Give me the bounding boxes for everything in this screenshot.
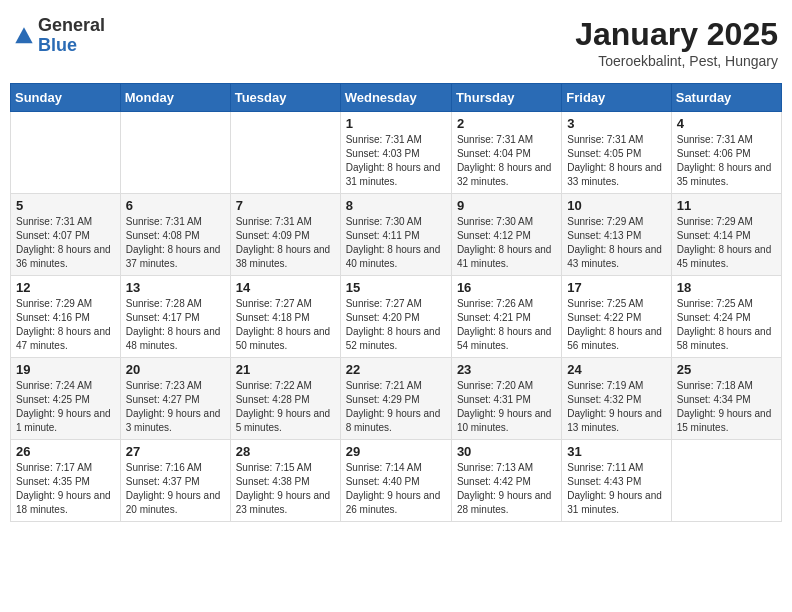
day-number: 22: [346, 362, 446, 377]
day-info: Sunrise: 7:30 AM Sunset: 4:11 PM Dayligh…: [346, 215, 446, 271]
calendar-cell: 21Sunrise: 7:22 AM Sunset: 4:28 PM Dayli…: [230, 358, 340, 440]
day-info: Sunrise: 7:23 AM Sunset: 4:27 PM Dayligh…: [126, 379, 225, 435]
calendar-cell: 27Sunrise: 7:16 AM Sunset: 4:37 PM Dayli…: [120, 440, 230, 522]
calendar-cell: 15Sunrise: 7:27 AM Sunset: 4:20 PM Dayli…: [340, 276, 451, 358]
calendar-cell: 25Sunrise: 7:18 AM Sunset: 4:34 PM Dayli…: [671, 358, 781, 440]
calendar-week-2: 5Sunrise: 7:31 AM Sunset: 4:07 PM Daylig…: [11, 194, 782, 276]
day-info: Sunrise: 7:31 AM Sunset: 4:06 PM Dayligh…: [677, 133, 776, 189]
day-number: 26: [16, 444, 115, 459]
calendar-cell: 11Sunrise: 7:29 AM Sunset: 4:14 PM Dayli…: [671, 194, 781, 276]
day-info: Sunrise: 7:19 AM Sunset: 4:32 PM Dayligh…: [567, 379, 665, 435]
day-number: 6: [126, 198, 225, 213]
calendar-cell: 18Sunrise: 7:25 AM Sunset: 4:24 PM Dayli…: [671, 276, 781, 358]
day-number: 2: [457, 116, 556, 131]
calendar-week-1: 1Sunrise: 7:31 AM Sunset: 4:03 PM Daylig…: [11, 112, 782, 194]
calendar-week-5: 26Sunrise: 7:17 AM Sunset: 4:35 PM Dayli…: [11, 440, 782, 522]
calendar-week-4: 19Sunrise: 7:24 AM Sunset: 4:25 PM Dayli…: [11, 358, 782, 440]
day-info: Sunrise: 7:31 AM Sunset: 4:04 PM Dayligh…: [457, 133, 556, 189]
day-number: 28: [236, 444, 335, 459]
calendar-cell: 28Sunrise: 7:15 AM Sunset: 4:38 PM Dayli…: [230, 440, 340, 522]
day-number: 27: [126, 444, 225, 459]
day-info: Sunrise: 7:22 AM Sunset: 4:28 PM Dayligh…: [236, 379, 335, 435]
day-number: 14: [236, 280, 335, 295]
day-number: 29: [346, 444, 446, 459]
calendar-cell: 9Sunrise: 7:30 AM Sunset: 4:12 PM Daylig…: [451, 194, 561, 276]
day-info: Sunrise: 7:28 AM Sunset: 4:17 PM Dayligh…: [126, 297, 225, 353]
location-title: Toeroekbalint, Pest, Hungary: [575, 53, 778, 69]
day-header-saturday: Saturday: [671, 84, 781, 112]
calendar-cell: 14Sunrise: 7:27 AM Sunset: 4:18 PM Dayli…: [230, 276, 340, 358]
calendar-cell: 6Sunrise: 7:31 AM Sunset: 4:08 PM Daylig…: [120, 194, 230, 276]
day-number: 5: [16, 198, 115, 213]
day-info: Sunrise: 7:31 AM Sunset: 4:08 PM Dayligh…: [126, 215, 225, 271]
day-number: 4: [677, 116, 776, 131]
day-number: 25: [677, 362, 776, 377]
calendar-cell: 10Sunrise: 7:29 AM Sunset: 4:13 PM Dayli…: [562, 194, 671, 276]
svg-marker-0: [15, 27, 32, 43]
day-info: Sunrise: 7:26 AM Sunset: 4:21 PM Dayligh…: [457, 297, 556, 353]
calendar-cell: [120, 112, 230, 194]
day-number: 21: [236, 362, 335, 377]
day-info: Sunrise: 7:20 AM Sunset: 4:31 PM Dayligh…: [457, 379, 556, 435]
day-info: Sunrise: 7:27 AM Sunset: 4:18 PM Dayligh…: [236, 297, 335, 353]
day-number: 19: [16, 362, 115, 377]
calendar-cell: 2Sunrise: 7:31 AM Sunset: 4:04 PM Daylig…: [451, 112, 561, 194]
day-info: Sunrise: 7:29 AM Sunset: 4:13 PM Dayligh…: [567, 215, 665, 271]
day-header-tuesday: Tuesday: [230, 84, 340, 112]
calendar-cell: [11, 112, 121, 194]
calendar-cell: 17Sunrise: 7:25 AM Sunset: 4:22 PM Dayli…: [562, 276, 671, 358]
day-info: Sunrise: 7:31 AM Sunset: 4:03 PM Dayligh…: [346, 133, 446, 189]
page-header: General Blue January 2025 Toeroekbalint,…: [10, 10, 782, 75]
day-info: Sunrise: 7:21 AM Sunset: 4:29 PM Dayligh…: [346, 379, 446, 435]
logo-icon: [14, 26, 34, 46]
day-info: Sunrise: 7:17 AM Sunset: 4:35 PM Dayligh…: [16, 461, 115, 517]
day-info: Sunrise: 7:25 AM Sunset: 4:24 PM Dayligh…: [677, 297, 776, 353]
day-info: Sunrise: 7:16 AM Sunset: 4:37 PM Dayligh…: [126, 461, 225, 517]
day-number: 17: [567, 280, 665, 295]
title-area: January 2025 Toeroekbalint, Pest, Hungar…: [575, 16, 778, 69]
calendar-week-3: 12Sunrise: 7:29 AM Sunset: 4:16 PM Dayli…: [11, 276, 782, 358]
calendar-cell: 4Sunrise: 7:31 AM Sunset: 4:06 PM Daylig…: [671, 112, 781, 194]
calendar-cell: 13Sunrise: 7:28 AM Sunset: 4:17 PM Dayli…: [120, 276, 230, 358]
day-number: 8: [346, 198, 446, 213]
day-number: 18: [677, 280, 776, 295]
day-header-thursday: Thursday: [451, 84, 561, 112]
day-info: Sunrise: 7:14 AM Sunset: 4:40 PM Dayligh…: [346, 461, 446, 517]
day-number: 13: [126, 280, 225, 295]
day-info: Sunrise: 7:15 AM Sunset: 4:38 PM Dayligh…: [236, 461, 335, 517]
day-info: Sunrise: 7:24 AM Sunset: 4:25 PM Dayligh…: [16, 379, 115, 435]
calendar-cell: 8Sunrise: 7:30 AM Sunset: 4:11 PM Daylig…: [340, 194, 451, 276]
calendar-cell: 20Sunrise: 7:23 AM Sunset: 4:27 PM Dayli…: [120, 358, 230, 440]
day-info: Sunrise: 7:29 AM Sunset: 4:14 PM Dayligh…: [677, 215, 776, 271]
calendar-cell: 30Sunrise: 7:13 AM Sunset: 4:42 PM Dayli…: [451, 440, 561, 522]
day-number: 12: [16, 280, 115, 295]
calendar-cell: [671, 440, 781, 522]
day-number: 10: [567, 198, 665, 213]
day-header-friday: Friday: [562, 84, 671, 112]
day-info: Sunrise: 7:25 AM Sunset: 4:22 PM Dayligh…: [567, 297, 665, 353]
day-info: Sunrise: 7:30 AM Sunset: 4:12 PM Dayligh…: [457, 215, 556, 271]
day-number: 16: [457, 280, 556, 295]
logo: General Blue: [14, 16, 105, 56]
day-header-sunday: Sunday: [11, 84, 121, 112]
calendar-cell: [230, 112, 340, 194]
calendar-cell: 12Sunrise: 7:29 AM Sunset: 4:16 PM Dayli…: [11, 276, 121, 358]
day-number: 30: [457, 444, 556, 459]
day-info: Sunrise: 7:29 AM Sunset: 4:16 PM Dayligh…: [16, 297, 115, 353]
day-header-wednesday: Wednesday: [340, 84, 451, 112]
calendar-cell: 3Sunrise: 7:31 AM Sunset: 4:05 PM Daylig…: [562, 112, 671, 194]
day-number: 9: [457, 198, 556, 213]
calendar-cell: 5Sunrise: 7:31 AM Sunset: 4:07 PM Daylig…: [11, 194, 121, 276]
day-number: 11: [677, 198, 776, 213]
calendar-cell: 19Sunrise: 7:24 AM Sunset: 4:25 PM Dayli…: [11, 358, 121, 440]
month-title: January 2025: [575, 16, 778, 53]
calendar-cell: 31Sunrise: 7:11 AM Sunset: 4:43 PM Dayli…: [562, 440, 671, 522]
day-info: Sunrise: 7:31 AM Sunset: 4:07 PM Dayligh…: [16, 215, 115, 271]
calendar-cell: 7Sunrise: 7:31 AM Sunset: 4:09 PM Daylig…: [230, 194, 340, 276]
calendar-cell: 29Sunrise: 7:14 AM Sunset: 4:40 PM Dayli…: [340, 440, 451, 522]
calendar-cell: 22Sunrise: 7:21 AM Sunset: 4:29 PM Dayli…: [340, 358, 451, 440]
day-number: 3: [567, 116, 665, 131]
day-number: 24: [567, 362, 665, 377]
calendar-cell: 26Sunrise: 7:17 AM Sunset: 4:35 PM Dayli…: [11, 440, 121, 522]
logo-general-text: General: [38, 16, 105, 36]
